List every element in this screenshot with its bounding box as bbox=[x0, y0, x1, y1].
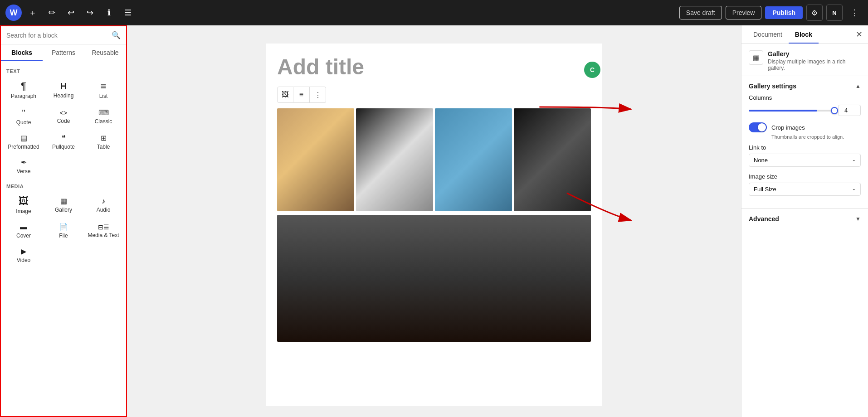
table-label: Table bbox=[97, 144, 110, 150]
gallery-settings-content: Columns Crop images bbox=[741, 94, 868, 208]
add-block-button[interactable]: ＋ bbox=[24, 5, 41, 21]
gallery-block-description: Display multiple images in a rich galler… bbox=[768, 58, 861, 71]
file-label: File bbox=[59, 233, 68, 239]
block-pullquote[interactable]: ❝ Pullquote bbox=[44, 131, 83, 154]
undo-button[interactable]: ↩ bbox=[63, 5, 79, 21]
verse-label: Verse bbox=[17, 168, 31, 175]
block-file[interactable]: 📄 File bbox=[44, 220, 83, 242]
video-label: Video bbox=[17, 257, 30, 263]
crop-images-toggle[interactable] bbox=[749, 122, 767, 132]
tab-block[interactable]: Block bbox=[789, 25, 819, 44]
preview-button[interactable]: Preview bbox=[726, 6, 762, 19]
tab-blocks[interactable]: Blocks bbox=[1, 44, 43, 61]
columns-label: Columns bbox=[749, 94, 861, 101]
gallery-image-2[interactable] bbox=[356, 108, 433, 211]
block-cover[interactable]: ▬ Cover bbox=[5, 220, 43, 242]
block-gallery[interactable]: ▦ Gallery bbox=[44, 193, 83, 218]
search-input[interactable] bbox=[6, 32, 108, 39]
block-audio[interactable]: ♪ Audio bbox=[84, 193, 122, 218]
code-icon: <> bbox=[60, 110, 67, 116]
image-view-button[interactable]: 🖼 bbox=[277, 87, 293, 103]
right-panel: Document Block ✕ ▦ Gallery Display multi… bbox=[741, 25, 868, 417]
quote-icon: " bbox=[22, 108, 25, 117]
media-text-label: Media & Text bbox=[88, 232, 119, 238]
gallery-image-3[interactable] bbox=[435, 108, 512, 211]
block-image[interactable]: 🖼 Image bbox=[5, 193, 43, 218]
info-button[interactable]: ℹ bbox=[101, 5, 117, 21]
editor-area: Add title 🖼 ≡ ⋮ bbox=[266, 44, 602, 406]
search-bar: 🔍 bbox=[1, 26, 126, 44]
list-icon: ≡ bbox=[101, 81, 107, 91]
topbar-right: Save draft Preview Publish ⚙ N ⋮ bbox=[679, 5, 863, 21]
more-options-button[interactable]: ⋮ bbox=[846, 5, 863, 21]
publish-button[interactable]: Publish bbox=[765, 6, 803, 19]
gallery-info-text: Gallery Display multiple images in a ric… bbox=[768, 50, 861, 71]
block-toolbar: 🖼 ≡ ⋮ bbox=[266, 83, 602, 107]
image-size-select[interactable]: Thumbnail Medium Large Full Size bbox=[749, 183, 861, 196]
media-text-icon: ⊟☰ bbox=[98, 224, 109, 230]
code-label: Code bbox=[57, 118, 70, 124]
gallery-image-5[interactable] bbox=[277, 215, 591, 342]
slider-fill bbox=[749, 110, 817, 112]
title-placeholder[interactable]: Add title bbox=[277, 55, 364, 79]
link-to-select[interactable]: None Media File Attachment Page bbox=[749, 154, 861, 167]
link-to-label: Link to bbox=[749, 144, 861, 151]
block-list[interactable]: ≡ List bbox=[84, 78, 122, 103]
columns-slider[interactable] bbox=[749, 110, 834, 112]
tab-patterns[interactable]: Patterns bbox=[43, 44, 84, 61]
more-view-button[interactable]: ⋮ bbox=[310, 87, 326, 103]
gallery-block-name: Gallery bbox=[768, 50, 861, 58]
block-inserter-tabs: Blocks Patterns Reusable bbox=[1, 44, 126, 61]
block-preformatted[interactable]: ▤ Preformatted bbox=[5, 131, 43, 154]
crop-images-label: Crop images bbox=[771, 124, 805, 131]
title-area: Add title bbox=[266, 44, 602, 83]
crop-images-sub: Thumbnails are cropped to align. bbox=[749, 134, 861, 140]
tab-document[interactable]: Document bbox=[747, 25, 789, 44]
edit-button[interactable]: ✏ bbox=[44, 5, 60, 21]
slider-thumb bbox=[831, 107, 838, 114]
gallery-info: ▦ Gallery Display multiple images in a r… bbox=[741, 44, 868, 76]
main-layout: 🔍 Blocks Patterns Reusable TEXT ¶ Paragr… bbox=[0, 25, 868, 417]
preformatted-icon: ▤ bbox=[20, 135, 27, 142]
gallery-settings-toggle-icon: ▲ bbox=[855, 83, 861, 89]
gallery-bottom-row bbox=[266, 213, 602, 344]
columns-input[interactable] bbox=[838, 105, 861, 116]
gallery-icon: ▦ bbox=[60, 198, 67, 205]
blocks-content: TEXT ¶ Paragraph H Heading ≡ List " Quot… bbox=[1, 61, 126, 416]
block-paragraph[interactable]: ¶ Paragraph bbox=[5, 78, 43, 103]
redo-button[interactable]: ↪ bbox=[82, 5, 98, 21]
save-draft-button[interactable]: Save draft bbox=[679, 6, 722, 19]
gallery-top-row bbox=[266, 108, 602, 211]
block-heading[interactable]: H Heading bbox=[44, 78, 83, 103]
block-video[interactable]: ▶ Video bbox=[5, 244, 43, 267]
advanced-section[interactable]: Advanced ▼ bbox=[741, 208, 868, 229]
video-icon: ▶ bbox=[21, 248, 26, 255]
gallery-settings-header[interactable]: Gallery settings ▲ bbox=[741, 76, 868, 94]
gallery-label: Gallery bbox=[55, 207, 72, 213]
paragraph-icon: ¶ bbox=[21, 81, 26, 91]
block-table[interactable]: ⊞ Table bbox=[84, 131, 122, 154]
wordpress-logo[interactable]: W bbox=[5, 5, 22, 21]
align-view-button[interactable]: ≡ bbox=[293, 87, 310, 103]
advanced-toggle-icon: ▼ bbox=[855, 216, 861, 222]
media-blocks-grid: 🖼 Image ▦ Gallery ♪ Audio ▬ Cover 📄 bbox=[1, 191, 126, 269]
cover-label: Cover bbox=[16, 233, 31, 239]
block-verse[interactable]: ✒ Verse bbox=[5, 155, 43, 178]
tab-reusable[interactable]: Reusable bbox=[84, 44, 126, 61]
audio-icon: ♪ bbox=[102, 198, 105, 205]
plugins-button[interactable]: N bbox=[826, 5, 843, 21]
text-blocks-grid: ¶ Paragraph H Heading ≡ List " Quote <> bbox=[1, 76, 126, 180]
block-quote[interactable]: " Quote bbox=[5, 105, 43, 129]
gallery-image-1[interactable] bbox=[277, 108, 354, 211]
close-panel-button[interactable]: ✕ bbox=[856, 29, 863, 39]
block-classic[interactable]: ⌨ Classic bbox=[84, 105, 122, 129]
section-text-label: TEXT bbox=[1, 65, 126, 76]
settings-button[interactable]: ⚙ bbox=[806, 5, 823, 21]
list-view-button[interactable]: ☰ bbox=[120, 5, 136, 21]
block-code[interactable]: <> Code bbox=[44, 105, 83, 129]
columns-setting: Columns bbox=[749, 94, 861, 116]
editor-content: Add title 🖼 ≡ ⋮ bbox=[127, 25, 741, 417]
gallery-image-4[interactable] bbox=[514, 108, 591, 211]
content-wrapper: Add title 🖼 ≡ ⋮ bbox=[127, 25, 741, 417]
block-media-text[interactable]: ⊟☰ Media & Text bbox=[84, 220, 122, 242]
